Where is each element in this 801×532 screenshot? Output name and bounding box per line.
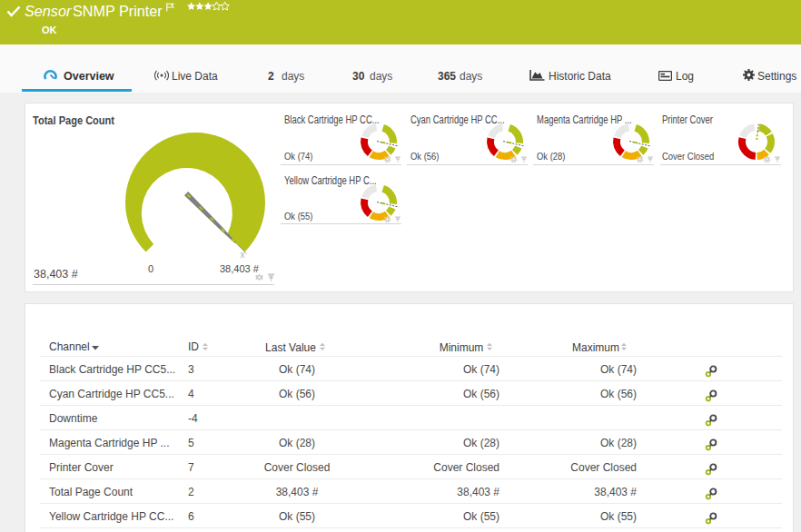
svg-text:x: x bbox=[241, 250, 245, 260]
